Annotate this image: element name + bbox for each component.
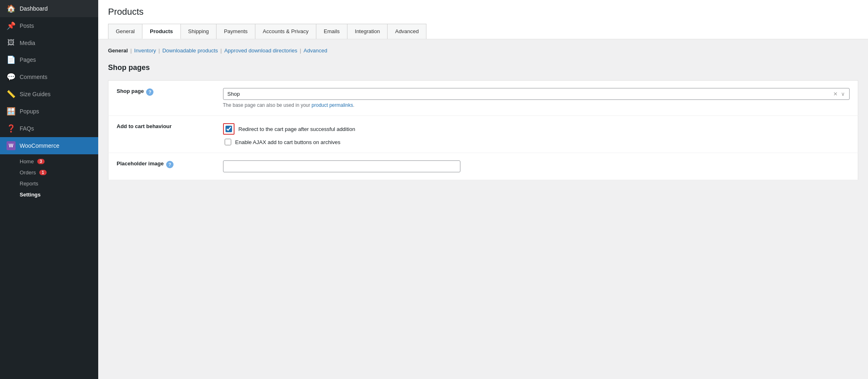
- sidebar-item-media[interactable]: 🖼 Media: [0, 34, 98, 51]
- placeholder-image-value-cell: [215, 153, 858, 180]
- subnav-sep-2: |: [158, 47, 160, 54]
- product-permalinks-link[interactable]: product permalinks: [311, 102, 353, 108]
- submenu-item-settings[interactable]: Settings: [0, 189, 98, 200]
- redirect-checkbox-wrapper: [223, 123, 234, 135]
- submenu-item-orders[interactable]: Orders 1: [0, 167, 98, 178]
- placeholder-image-row: Placeholder image ?: [108, 153, 858, 180]
- submenu-item-home[interactable]: Home 3: [0, 156, 98, 167]
- tab-integration[interactable]: Integration: [347, 24, 388, 39]
- shop-page-label-cell: Shop page ?: [108, 81, 215, 116]
- subnav-advanced[interactable]: Advanced: [304, 47, 327, 54]
- sidebar-item-popups[interactable]: 🪟 Popups: [0, 103, 98, 120]
- shop-page-hint-text: The base page can also be used in your: [223, 102, 310, 108]
- subnav-approved-dirs[interactable]: Approved download directories: [224, 47, 298, 54]
- sidebar-item-faqs[interactable]: ❓ FAQs: [0, 120, 98, 137]
- subnav-inventory[interactable]: Inventory: [134, 47, 156, 54]
- placeholder-image-label-wrap: Placeholder image ?: [117, 160, 207, 168]
- section-heading: Shop pages: [108, 63, 858, 72]
- tab-payments[interactable]: Payments: [216, 24, 255, 39]
- woocommerce-icon: W: [7, 141, 16, 150]
- placeholder-image-input[interactable]: [223, 160, 460, 172]
- sidebar-item-label: Dashboard: [20, 5, 92, 12]
- shop-page-select-value: Shop: [228, 91, 834, 97]
- shop-page-value-cell: Shop ✕ ∨ The base page can also be used …: [215, 81, 858, 116]
- sidebar-item-dashboard[interactable]: 🏠 Dashboard: [0, 0, 98, 17]
- redirect-checkbox-row: Redirect to the cart page after successf…: [223, 123, 850, 135]
- dashboard-icon: 🏠: [7, 4, 16, 13]
- page-title: Products: [108, 7, 858, 24]
- placeholder-image-label: Placeholder image: [117, 160, 164, 167]
- submenu-settings-label: Settings: [20, 192, 41, 198]
- tab-emails[interactable]: Emails: [316, 24, 347, 39]
- subnav-sep-4: |: [300, 47, 301, 54]
- select-clear-icon[interactable]: ✕: [833, 91, 838, 97]
- submenu-home-label: Home: [20, 158, 34, 165]
- shop-page-help-icon[interactable]: ?: [146, 88, 153, 96]
- orders-badge: 1: [39, 170, 47, 175]
- add-to-cart-label: Add to cart behaviour: [117, 123, 171, 129]
- shop-page-label: Shop page: [117, 88, 144, 94]
- sidebar-item-label: WooCommerce: [20, 142, 92, 149]
- select-chevron-icon[interactable]: ∨: [841, 91, 845, 97]
- sidebar-main-items: 🏠 Dashboard 📌 Posts 🖼 Media 📄 Pages 💬 Co…: [0, 0, 98, 202]
- tab-accounts-privacy[interactable]: Accounts & Privacy: [255, 24, 316, 39]
- tab-shipping[interactable]: Shipping: [180, 24, 217, 39]
- sidebar-item-woocommerce[interactable]: W WooCommerce: [0, 137, 98, 154]
- tab-advanced[interactable]: Advanced: [387, 24, 426, 39]
- popups-icon: 🪟: [7, 107, 16, 116]
- sidebar-item-label: Media: [20, 40, 92, 46]
- media-icon: 🖼: [7, 38, 16, 47]
- shop-page-hint: The base page can also be used in your p…: [223, 102, 850, 108]
- redirect-checkbox[interactable]: [225, 126, 232, 132]
- add-to-cart-value-cell: Redirect to the cart page after successf…: [215, 116, 858, 153]
- tab-products[interactable]: Products: [142, 24, 180, 39]
- sidebar-item-comments[interactable]: 💬 Comments: [0, 68, 98, 86]
- pages-icon: 📄: [7, 55, 16, 64]
- sidebar-item-size-guides[interactable]: 📏 Size Guides: [0, 86, 98, 103]
- page-header: Products General Products Shipping Payme…: [98, 0, 868, 39]
- shop-page-select-icons: ✕ ∨: [833, 91, 845, 97]
- submenu-orders-label: Orders: [20, 169, 36, 176]
- shop-page-label-wrap: Shop page ?: [117, 88, 207, 96]
- sidebar-item-posts[interactable]: 📌 Posts: [0, 17, 98, 34]
- subnav-sep-3: |: [221, 47, 222, 54]
- add-to-cart-row: Add to cart behaviour Redirect to the ca…: [108, 116, 858, 153]
- submenu-reports-label: Reports: [20, 180, 38, 187]
- sidebar-item-label: Popups: [20, 108, 92, 115]
- ajax-checkbox-row: Enable AJAX add to cart buttons on archi…: [223, 139, 850, 145]
- placeholder-image-help-icon[interactable]: ?: [166, 161, 174, 168]
- sidebar-item-label: Comments: [20, 74, 92, 80]
- sidebar-item-label: FAQs: [20, 125, 92, 132]
- shop-page-row: Shop page ? Shop ✕ ∨ The base page can a…: [108, 81, 858, 116]
- content-area: General | Inventory | Downloadable produ…: [98, 39, 868, 379]
- faqs-icon: ❓: [7, 124, 16, 133]
- tabs-bar: General Products Shipping Payments Accou…: [108, 24, 858, 39]
- shop-page-select[interactable]: Shop ✕ ∨: [223, 88, 850, 100]
- redirect-checkbox-label[interactable]: Redirect to the cart page after successf…: [239, 126, 355, 132]
- sub-nav: General | Inventory | Downloadable produ…: [108, 47, 858, 54]
- subnav-general[interactable]: General: [108, 47, 128, 54]
- sidebar-item-label: Size Guides: [20, 91, 92, 97]
- subnav-sep-1: |: [130, 47, 131, 54]
- add-to-cart-label-cell: Add to cart behaviour: [108, 116, 215, 153]
- home-badge: 3: [37, 159, 45, 164]
- comments-icon: 💬: [7, 72, 16, 81]
- placeholder-image-label-cell: Placeholder image ?: [108, 153, 215, 180]
- submenu-item-reports[interactable]: Reports: [0, 178, 98, 189]
- subnav-downloadable[interactable]: Downloadable products: [162, 47, 218, 54]
- ajax-checkbox-label[interactable]: Enable AJAX add to cart buttons on archi…: [235, 139, 340, 145]
- posts-icon: 📌: [7, 21, 16, 30]
- sidebar-item-label: Pages: [20, 56, 92, 63]
- sidebar-item-label: Posts: [20, 23, 92, 29]
- shop-page-hint-suffix: .: [353, 102, 354, 108]
- woocommerce-submenu: Home 3 Orders 1 Reports Settings: [0, 154, 98, 202]
- tab-general[interactable]: General: [108, 24, 142, 39]
- sidebar-item-pages[interactable]: 📄 Pages: [0, 51, 98, 68]
- main-content: Products General Products Shipping Payme…: [98, 0, 868, 379]
- ajax-checkbox[interactable]: [225, 139, 231, 145]
- settings-table: Shop page ? Shop ✕ ∨ The base page can a…: [108, 80, 858, 180]
- size-guides-icon: 📏: [7, 90, 16, 99]
- sidebar: 🏠 Dashboard 📌 Posts 🖼 Media 📄 Pages 💬 Co…: [0, 0, 98, 379]
